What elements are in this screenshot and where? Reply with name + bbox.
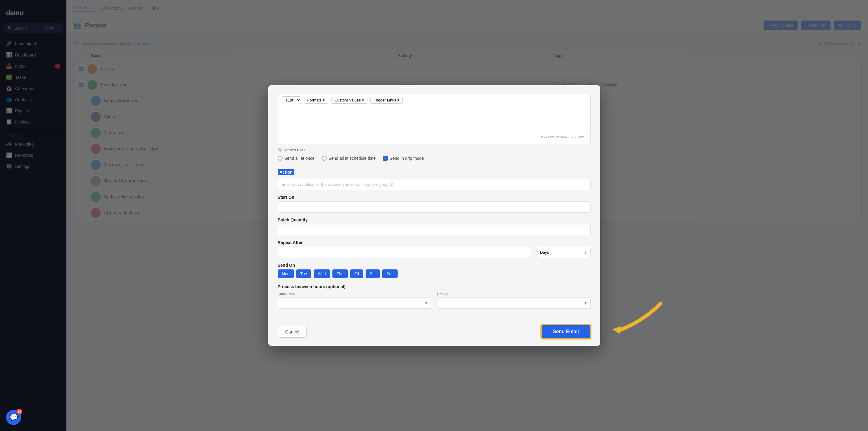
repeat-after-input[interactable] xyxy=(278,247,531,258)
process-hours-section: Process between hours (optional) Start F… xyxy=(278,284,591,309)
email-editor[interactable]: 0 WORDS POWERED BY TINY xyxy=(278,106,591,144)
paperclip-icon: 📎 xyxy=(278,148,283,152)
batch-quantity-input[interactable] xyxy=(278,224,591,235)
start-on-input[interactable] xyxy=(278,202,591,213)
send-on-label: Send On xyxy=(278,263,591,268)
days-select-wrap: Days ▼ xyxy=(536,247,591,258)
word-count: 0 WORDS POWERED BY TINY xyxy=(282,134,587,140)
end-at-select[interactable] xyxy=(437,298,591,309)
day-fri-button[interactable]: Fri xyxy=(350,269,363,278)
support-icon: 💬 xyxy=(10,413,18,421)
editor-toolbar: 11pt Formats ▾ Custom Values ▾ Trigger L… xyxy=(278,94,591,106)
send-in-drip-checkbox[interactable]: ✓ xyxy=(383,156,388,161)
formats-button[interactable]: Formats ▾ xyxy=(304,97,328,103)
modal-body: 11pt Formats ▾ Custom Values ▾ Trigger L… xyxy=(268,85,600,317)
start-from-col: Start From ▼ xyxy=(278,292,431,309)
action-input[interactable] xyxy=(278,179,591,190)
modal-wrapper: 11pt Formats ▾ Custom Values ▾ Trigger L… xyxy=(268,85,600,346)
start-on-label: Start On xyxy=(278,195,591,199)
send-all-at-once-label: Send all at once xyxy=(284,156,315,161)
repeat-after-value-wrap xyxy=(278,247,531,258)
modal-overlay: 11pt Formats ▾ Custom Values ▾ Trigger L… xyxy=(0,0,868,431)
start-from-select-wrap: ▼ xyxy=(278,298,431,309)
custom-values-button[interactable]: Custom Values ▾ xyxy=(331,97,367,103)
end-at-label: End At xyxy=(437,292,591,296)
process-hours-label: Process between hours (optional) xyxy=(278,284,591,289)
font-size-select[interactable]: 11pt xyxy=(282,96,301,104)
day-buttons-group: Mon Tue Wed Thu Fri Sat Sun xyxy=(278,269,591,278)
day-mon-button[interactable]: Mon xyxy=(278,269,294,278)
support-badge: 19 xyxy=(16,409,22,415)
attach-files-label: Attach Files xyxy=(285,148,306,152)
batch-quantity-label: Batch Quantity xyxy=(278,217,591,222)
day-thu-button[interactable]: Thu xyxy=(332,269,347,278)
send-in-drip-mode-option[interactable]: ✓ Send in drip mode xyxy=(383,156,424,161)
svg-marker-0 xyxy=(612,326,621,334)
day-tue-button[interactable]: Tue xyxy=(296,269,311,278)
trigger-links-button[interactable]: Trigger Links ▾ xyxy=(370,97,403,103)
modal-footer: Cancel Send Email xyxy=(268,317,600,346)
cancel-button[interactable]: Cancel xyxy=(278,326,307,338)
send-all-at-once-option[interactable]: Send all at once xyxy=(278,156,315,161)
send-all-at-schedule-label: Send all at schedule time xyxy=(329,156,376,161)
start-from-label: Start From xyxy=(278,292,431,296)
send-all-at-schedule-option[interactable]: Send all at schedule time xyxy=(322,156,376,161)
repeat-after-label: Repeat After xyxy=(278,240,591,245)
support-bubble[interactable]: 💬 19 xyxy=(6,410,21,425)
action-label: Action xyxy=(278,169,294,175)
send-all-at-once-radio[interactable] xyxy=(278,156,283,161)
end-at-select-wrap: ▼ xyxy=(437,298,591,309)
day-sun-button[interactable]: Sun xyxy=(382,269,398,278)
repeat-after-row: Days ▼ xyxy=(278,247,591,258)
day-sat-button[interactable]: Sat xyxy=(366,269,380,278)
send-email-button[interactable]: Send Email xyxy=(541,325,590,339)
start-from-select[interactable] xyxy=(278,298,431,309)
time-row: Start From ▼ End At xyxy=(278,292,591,309)
send-options-group: Send all at once Send all at schedule ti… xyxy=(278,156,591,161)
day-wed-button[interactable]: Wed xyxy=(314,269,330,278)
end-at-col: End At ▼ xyxy=(437,292,591,309)
send-email-modal: 11pt Formats ▾ Custom Values ▾ Trigger L… xyxy=(268,85,600,346)
send-all-at-schedule-radio[interactable] xyxy=(322,156,327,161)
send-in-drip-label: Send in drip mode xyxy=(390,156,424,161)
days-select[interactable]: Days xyxy=(536,247,591,258)
attach-files[interactable]: 📎 Attach Files xyxy=(278,148,591,152)
